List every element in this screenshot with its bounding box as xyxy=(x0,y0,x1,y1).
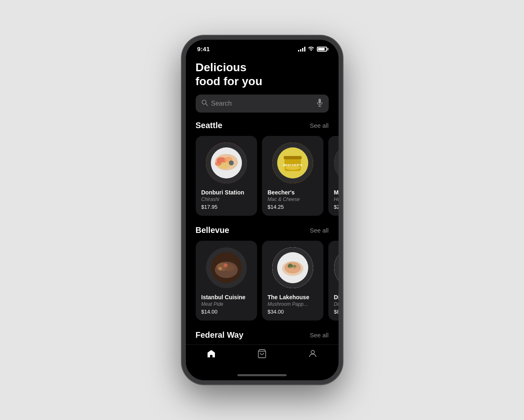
seattle-cards-row: Donburi Station Chirashi $17.95 xyxy=(186,136,339,216)
see-all-seattle[interactable]: See all xyxy=(310,122,329,129)
nav-bag[interactable] xyxy=(237,349,287,359)
food-sub-mee: Hom B xyxy=(334,196,339,202)
see-all-bellevue[interactable]: See all xyxy=(310,227,329,234)
section-title-federalway: Federal Way xyxy=(196,330,244,340)
svg-line-1 xyxy=(206,104,208,106)
food-card-istanbul[interactable]: Istanbul Cuisine Meat Pide $14.00 xyxy=(196,241,257,321)
app-header: Delicious food for you xyxy=(186,56,339,95)
svg-point-46 xyxy=(311,350,314,354)
food-price-beechers: $14.25 xyxy=(268,204,318,210)
svg-point-36 xyxy=(334,247,339,288)
section-header-bellevue: Bellevue See all xyxy=(186,226,339,241)
signal-icon xyxy=(298,47,305,52)
svg-rect-16 xyxy=(284,156,302,159)
food-card-dintai[interactable]: Din Ta Dumpl $8.50 xyxy=(328,241,339,321)
food-card-lakehouse[interactable]: The Lakehouse Mushroom Papp... $34.00 xyxy=(262,241,323,321)
food-image-mee xyxy=(334,142,339,183)
section-bellevue: Bellevue See all xyxy=(186,226,339,321)
section-federalway: Federal Way See all xyxy=(186,330,339,344)
food-image-donburi xyxy=(206,142,247,183)
bottom-nav xyxy=(186,344,339,372)
screen: 9:41 xyxy=(186,40,339,380)
wifi-icon xyxy=(308,46,314,52)
svg-point-18 xyxy=(285,166,300,170)
search-icon xyxy=(201,99,208,108)
food-name-istanbul: Istanbul Cuisine xyxy=(201,294,251,300)
home-indicator xyxy=(237,374,287,376)
food-image-dintai xyxy=(334,247,339,288)
food-image-lakehouse xyxy=(272,247,313,288)
svg-point-11 xyxy=(229,160,234,165)
food-price-istanbul: $14.00 xyxy=(201,309,251,315)
food-sub-lakehouse: Mushroom Papp... xyxy=(268,301,318,307)
food-image-istanbul xyxy=(206,247,247,288)
food-sub-dintai: Dumpl xyxy=(334,301,339,307)
app-title: Delicious food for you xyxy=(196,61,329,88)
food-image-beechers: BEECHER'S xyxy=(272,142,313,183)
svg-point-35 xyxy=(286,267,299,273)
search-placeholder: Search xyxy=(211,100,313,107)
status-time: 9:41 xyxy=(197,45,210,52)
svg-point-28 xyxy=(219,267,222,270)
phone-frame: 9:41 xyxy=(182,36,343,384)
status-icons xyxy=(298,46,327,52)
home-indicator-bar xyxy=(186,372,339,380)
food-price-donburi: $17.95 xyxy=(201,204,251,210)
section-header-seattle: Seattle See all xyxy=(186,121,339,136)
bellevue-cards-row: Istanbul Cuisine Meat Pide $14.00 xyxy=(186,241,339,321)
section-seattle: Seattle See all xyxy=(186,121,339,216)
food-name-donburi: Donburi Station xyxy=(201,189,251,196)
food-sub-donburi: Chirashi xyxy=(201,196,251,202)
food-sub-beechers: Mac & Cheese xyxy=(268,196,318,202)
mic-icon[interactable] xyxy=(316,99,323,108)
nav-profile[interactable] xyxy=(287,349,338,359)
svg-point-12 xyxy=(215,162,221,166)
section-title-bellevue: Bellevue xyxy=(196,226,229,235)
food-price-lakehouse: $34.00 xyxy=(268,309,318,315)
svg-point-27 xyxy=(224,263,228,267)
food-sub-istanbul: Meat Pide xyxy=(201,301,251,307)
food-price-mee: $2.52 xyxy=(334,204,339,210)
food-name-dintai: Din Ta xyxy=(334,294,339,300)
food-price-dintai: $8.50 xyxy=(334,309,339,315)
food-card-beechers[interactable]: BEECHER'S Beecher's Mac & Cheese $14.25 xyxy=(262,136,323,216)
svg-point-19 xyxy=(334,142,339,183)
see-all-federalway[interactable]: See all xyxy=(310,332,329,339)
food-name-beechers: Beecher's xyxy=(268,189,318,196)
food-card-donburi[interactable]: Donburi Station Chirashi $17.95 xyxy=(196,136,257,216)
search-bar[interactable]: Search xyxy=(196,95,329,113)
section-header-federalway: Federal Way See all xyxy=(186,330,339,344)
nav-home[interactable] xyxy=(186,349,237,359)
battery-icon xyxy=(317,47,327,52)
section-title-seattle: Seattle xyxy=(196,121,223,130)
food-name-mee: Mee S xyxy=(334,189,339,196)
food-card-mee[interactable]: Mee S Hom B $2.52 xyxy=(328,136,339,216)
scroll-content[interactable]: Delicious food for you Search xyxy=(186,52,339,344)
svg-rect-2 xyxy=(318,99,321,104)
food-name-lakehouse: The Lakehouse xyxy=(268,294,318,300)
status-bar: 9:41 xyxy=(186,40,339,52)
